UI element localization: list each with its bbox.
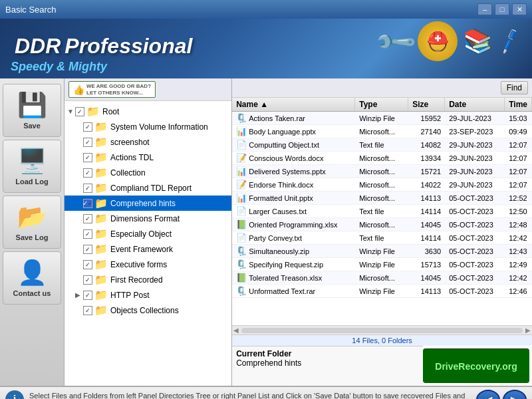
current-folder-label: Current Folder xyxy=(236,349,419,358)
feedback-badge[interactable]: 👍 WE ARE GOOD OR BAD? LET OTHERS KNOW... xyxy=(68,81,156,98)
tree-checkbox-collection[interactable] xyxy=(83,168,92,178)
table-row[interactable]: 📗 Oriented Programming.xlsx Microsoft...… xyxy=(232,218,532,231)
col-header-type[interactable]: Type xyxy=(355,98,408,111)
tree-checkbox-first-recorded[interactable] xyxy=(83,275,92,285)
table-row[interactable]: 📝 Endorse Think.docx Microsoft... 14022 … xyxy=(232,178,532,192)
contact-us-button[interactable]: 👤 Contact us xyxy=(3,251,61,305)
folder-icon-screenshot: 📁 xyxy=(94,136,108,148)
tree-item-comprehend-hints[interactable]: ✓ 📁 Comprehend hints xyxy=(65,196,231,211)
load-log-button[interactable]: 🖥️ Load Log xyxy=(3,140,61,193)
prev-button[interactable]: ◀ xyxy=(476,390,500,399)
file-list: Name ▲ Type Size Date Time 🗜️ Actions Ta… xyxy=(232,98,532,325)
tree-item-screenshot[interactable]: 📁 screenshot xyxy=(65,134,231,150)
tree-item-first-recorded[interactable]: 📁 First Recorded xyxy=(65,272,231,287)
file-size-cell: 14113 xyxy=(408,287,445,296)
file-type-icon: 🗜️ xyxy=(236,113,247,123)
tree-checkbox-executive[interactable] xyxy=(83,260,92,269)
table-row[interactable]: 📄 Larger Causes.txt Text file 14114 05-O… xyxy=(232,205,532,218)
file-size-cell: 13934 xyxy=(408,154,445,163)
close-button[interactable]: ✕ xyxy=(512,3,527,15)
file-name-cell: 🗜️ Simultaneously.zip xyxy=(232,245,355,257)
tree-item-root[interactable]: ▼ 📁 Root xyxy=(65,104,231,119)
col-header-size[interactable]: Size xyxy=(408,98,445,111)
folder-icon-especially: 📁 xyxy=(94,227,108,240)
file-time-cell: 12:07 xyxy=(505,180,532,190)
tree-checkbox-root[interactable] xyxy=(75,107,84,116)
file-type-cell: Microsoft... xyxy=(355,154,408,163)
tree-item-actions-tdl[interactable]: 📁 Actions TDL xyxy=(65,150,231,165)
tree-item-collection[interactable]: 📁 Collection xyxy=(65,165,231,180)
app-logo: DDRProfessional Speedy & Mighty xyxy=(11,24,192,74)
file-date-cell: 29-JUN-2023 xyxy=(445,154,505,163)
col-header-time[interactable]: Time xyxy=(505,98,532,111)
file-time-cell: 12:46 xyxy=(505,287,532,296)
tree-item-executive[interactable]: 📁 Executive forms xyxy=(65,257,231,272)
tree-checkbox-especially[interactable] xyxy=(83,229,92,239)
file-time-cell: 12:43 xyxy=(505,247,532,256)
center-panel: 👍 WE ARE GOOD OR BAD? LET OTHERS KNOW...… xyxy=(65,78,232,386)
tree-checkbox-comprehend[interactable]: ✓ xyxy=(83,199,92,208)
tree-checkbox-actions-tdl[interactable] xyxy=(83,153,92,162)
table-row[interactable]: 📊 Body Language.pptx Microsoft... 27140 … xyxy=(232,125,532,138)
save-log-button[interactable]: 📂 Save Log xyxy=(3,196,61,249)
tree-item-system-volume[interactable]: 📁 System Volume Information xyxy=(65,119,231,134)
table-row[interactable]: 📄 Party Convey.txt Text file 14114 05-OC… xyxy=(232,231,532,245)
table-row[interactable]: 🗜️ Unformatted Text.rar Winzip File 1411… xyxy=(232,285,532,298)
file-name-cell: 📊 Delivered Systems.pptx xyxy=(232,166,355,177)
helmet-icon: ⛑️ xyxy=(418,21,458,61)
tree-item-http-post[interactable]: ▶ 📁 HTTP Post xyxy=(65,287,231,303)
table-row[interactable]: 📗 Tolerated Treason.xlsx Microsoft... 14… xyxy=(232,271,532,285)
nav-buttons: ◀ ▶ xyxy=(476,390,527,399)
tree-item-compland-tdl[interactable]: 📁 Compliand TDL Report xyxy=(65,180,231,196)
load-log-icon: 🖥️ xyxy=(17,147,47,175)
tree-checkbox-http-post[interactable] xyxy=(83,291,92,300)
hscroll-track[interactable] xyxy=(241,328,523,333)
col-header-name[interactable]: Name ▲ xyxy=(232,98,355,111)
tree-item-objects-collections[interactable]: 📁 Objects Collections xyxy=(65,303,231,318)
table-row[interactable]: 🗜️ Specifying Request.zip Winzip File 15… xyxy=(232,258,532,271)
hscroll-right-arrow[interactable]: ▶ xyxy=(525,327,531,334)
file-date-cell: 05-OCT-2023 xyxy=(445,260,505,269)
file-time-cell: 09:49 xyxy=(505,127,532,136)
save-button[interactable]: 💾 Save xyxy=(3,84,61,137)
find-button[interactable]: Find xyxy=(501,81,528,94)
file-type-icon: 🗜️ xyxy=(236,246,247,256)
tree-label-objects: Objects Collections xyxy=(110,306,179,315)
left-sidebar: 💾 Save 🖥️ Load Log 📂 Save Log 👤 Contact … xyxy=(0,78,65,386)
maximize-button[interactable]: □ xyxy=(495,3,509,15)
file-type-cell: Microsoft... xyxy=(355,127,408,136)
branding-section[interactable]: DriveRecovery.org xyxy=(423,348,529,383)
http-post-expand[interactable]: ▶ xyxy=(75,291,83,299)
file-size-cell: 14082 xyxy=(408,140,445,150)
tree-checkbox-compland[interactable] xyxy=(83,184,92,193)
tree-checkbox-event[interactable] xyxy=(83,245,92,254)
table-row[interactable]: 📝 Conscious Words.docx Microsoft... 1393… xyxy=(232,152,532,165)
tree-checkbox-screenshot[interactable] xyxy=(83,138,92,147)
file-list-body[interactable]: 🗜️ Actions Taken.rar Winzip File 15952 2… xyxy=(232,112,532,325)
header-icons: 🔧 ⛑️ 📚 🖊️ xyxy=(379,21,521,61)
tree-checkbox-svi[interactable] xyxy=(83,122,92,132)
file-type-cell: Winzip File xyxy=(355,287,408,296)
horizontal-scrollbar[interactable]: ◀ ▶ xyxy=(232,325,532,334)
file-type-icon: 📊 xyxy=(236,193,247,203)
folder-icon-collection: 📁 xyxy=(94,166,108,179)
table-row[interactable]: 📊 Delivered Systems.pptx Microsoft... 15… xyxy=(232,165,532,178)
tree-checkbox-dimensions[interactable] xyxy=(83,214,92,223)
main-content: 💾 Save 🖥️ Load Log 📂 Save Log 👤 Contact … xyxy=(0,78,532,386)
tree-item-event-framework[interactable]: 📁 Event Framework xyxy=(65,241,231,257)
tree-item-dimensions[interactable]: 📁 Dimensions Format xyxy=(65,211,231,226)
save-log-icon: 📂 xyxy=(17,203,47,231)
file-size-cell: 14114 xyxy=(408,233,445,243)
tree-checkbox-objects[interactable] xyxy=(83,306,92,315)
tree-item-especially[interactable]: 📁 Especially Object xyxy=(65,226,231,241)
table-row[interactable]: 📊 Formatted Unit.pptx Microsoft... 14113… xyxy=(232,192,532,205)
table-row[interactable]: 🗜️ Simultaneously.zip Winzip File 3630 0… xyxy=(232,245,532,258)
table-row[interactable]: 🗜️ Actions Taken.rar Winzip File 15952 2… xyxy=(232,112,532,125)
table-row[interactable]: 📄 Computting Object.txt Text file 14082 … xyxy=(232,138,532,152)
directory-tree[interactable]: ▼ 📁 Root 📁 System Volume Information 📁 s… xyxy=(65,101,231,386)
hscroll-left-arrow[interactable]: ◀ xyxy=(233,327,239,334)
minimize-button[interactable]: – xyxy=(477,3,492,15)
expand-arrow[interactable]: ▼ xyxy=(67,108,75,115)
next-button[interactable]: ▶ xyxy=(503,390,527,399)
col-header-date[interactable]: Date xyxy=(445,98,505,111)
